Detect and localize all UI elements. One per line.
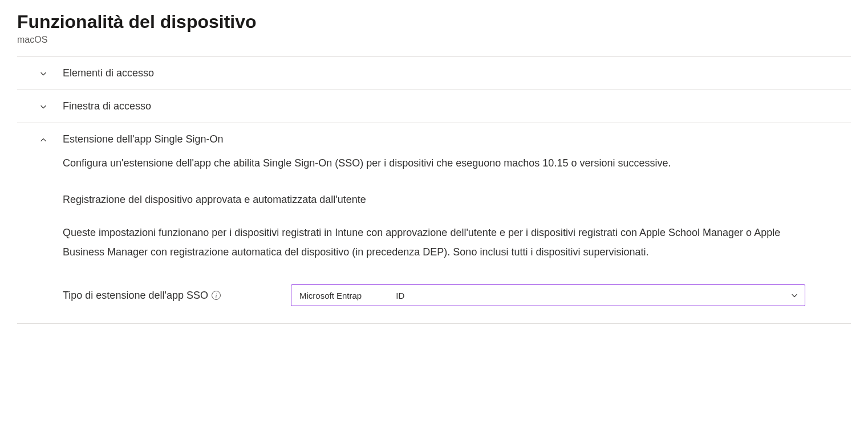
page-subtitle: macOS	[17, 35, 851, 45]
section-login-window: Finestra di accesso	[17, 90, 851, 123]
section-header-login-window[interactable]: Finestra di accesso	[17, 90, 851, 123]
section-title-sso: Estensione dell'app Single Sign-On	[63, 133, 224, 145]
sso-type-label-text: Tipo di estensione dell'app SSO	[63, 290, 208, 302]
sso-subsection-header: Registrazione del dispositivo approvata …	[63, 194, 805, 206]
sso-subsection-text: Queste impostazioni funzionano per i dis…	[63, 223, 805, 262]
sso-type-value-part2: ID	[396, 291, 404, 300]
sso-type-value-part1: Microsoft Entrap	[299, 291, 362, 300]
section-title-login-items: Elementi di accesso	[63, 67, 154, 79]
section-sso: Estensione dell'app Single Sign-On Confi…	[17, 123, 851, 324]
sso-type-select-wrapper: Microsoft Entrap ID	[291, 284, 805, 306]
section-header-sso[interactable]: Estensione dell'app Single Sign-On	[17, 123, 851, 156]
chevron-up-icon	[39, 135, 48, 144]
sso-type-label: Tipo di estensione dell'app SSO i	[63, 290, 279, 302]
section-title-login-window: Finestra di accesso	[63, 100, 151, 112]
sso-type-select[interactable]: Microsoft Entrap ID	[291, 284, 805, 306]
chevron-down-icon	[39, 69, 48, 78]
section-header-login-items[interactable]: Elementi di accesso	[17, 57, 851, 90]
form-row-sso-type: Tipo di estensione dell'app SSO i Micros…	[63, 284, 805, 306]
section-login-items: Elementi di accesso	[17, 56, 851, 90]
page-title: Funzionalità del dispositivo	[17, 11, 851, 32]
chevron-down-icon	[39, 102, 48, 111]
section-content-sso: Configura un'estensione dell'app che abi…	[17, 156, 851, 323]
sso-description: Configura un'estensione dell'app che abi…	[63, 156, 805, 171]
chevron-down-icon	[790, 291, 798, 299]
info-icon[interactable]: i	[212, 291, 221, 300]
